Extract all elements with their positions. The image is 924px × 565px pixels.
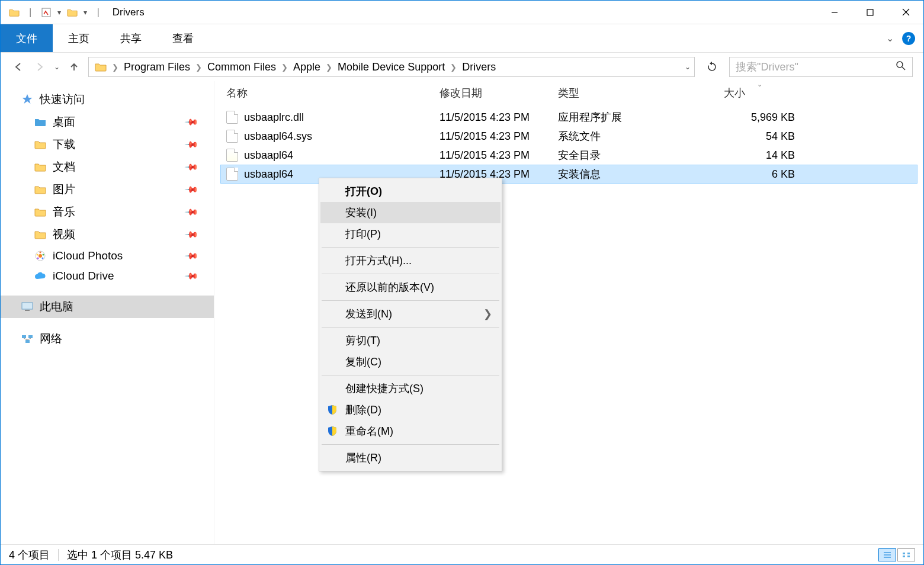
- ctx-open[interactable]: 打开(O): [320, 181, 500, 202]
- chevron-right-icon[interactable]: ❯: [280, 63, 290, 72]
- tab-share[interactable]: 共享: [105, 24, 157, 52]
- sidebar-item-label: 桌面: [53, 114, 75, 130]
- file-type: 安装信息: [558, 167, 724, 181]
- pin-icon: 📌: [184, 114, 199, 130]
- tab-file[interactable]: 文件: [1, 24, 53, 52]
- svg-point-9: [40, 252, 41, 253]
- forward-button[interactable]: [33, 60, 47, 74]
- ribbon-right: ⌄ ?: [886, 24, 923, 52]
- separator: |: [97, 7, 99, 18]
- file-row[interactable]: usbaaplrc.dll 11/5/2015 4:23 PM 应用程序扩展 5…: [220, 108, 917, 127]
- sidebar-downloads[interactable]: 下载 📌: [1, 133, 214, 156]
- ctx-create-shortcut[interactable]: 创建快捷方式(S): [320, 378, 500, 399]
- sidebar-icloud-photos[interactable]: iCloud Photos 📌: [1, 246, 214, 266]
- file-row[interactable]: usbaapl64 11/5/2015 4:23 PM 安全目录 14 KB: [220, 146, 917, 165]
- qat-dropdown-icon[interactable]: ▾: [57, 8, 61, 17]
- history-dropdown-icon[interactable]: ⌄: [54, 63, 60, 71]
- chevron-right-icon[interactable]: ❯: [448, 63, 458, 72]
- chevron-right-icon[interactable]: ❯: [194, 63, 204, 72]
- ctx-rename[interactable]: 重命名(M): [320, 420, 500, 442]
- ribbon-expand-icon[interactable]: ⌄: [886, 33, 894, 44]
- ribbon: 文件 主页 共享 查看 ⌄ ?: [1, 24, 923, 53]
- address-folder-icon[interactable]: [92, 61, 109, 73]
- folder-dropdown-icon[interactable]: ▾: [84, 8, 87, 17]
- file-size: 54 KB: [724, 130, 801, 143]
- ctx-cut[interactable]: 剪切(T): [320, 330, 500, 351]
- sidebar-videos[interactable]: 视频 📌: [1, 223, 214, 246]
- ctx-separator: [322, 327, 499, 328]
- breadcrumb-segment[interactable]: Drivers: [460, 60, 498, 75]
- ctx-properties[interactable]: 属性(R): [320, 447, 500, 468]
- properties-icon[interactable]: [41, 7, 52, 18]
- ctx-separator: [322, 247, 499, 248]
- col-header-name[interactable]: 名称: [226, 86, 439, 100]
- help-icon[interactable]: ?: [902, 32, 915, 45]
- breadcrumb-segment[interactable]: Apple: [291, 60, 323, 75]
- minimize-button[interactable]: [817, 1, 852, 24]
- sidebar-network[interactable]: 网络: [1, 328, 214, 350]
- file-name: usbaapl64: [244, 149, 293, 162]
- file-date: 11/5/2015 4:23 PM: [439, 111, 558, 124]
- breadcrumb-segment[interactable]: Mobile Device Support: [335, 60, 447, 75]
- ctx-print[interactable]: 打印(P): [320, 223, 500, 245]
- back-button[interactable]: [11, 60, 25, 74]
- col-header-date[interactable]: 修改日期: [439, 86, 558, 100]
- column-headers: 名称 修改日期 类型 大小 ⌄: [214, 81, 923, 105]
- close-button[interactable]: [888, 1, 923, 24]
- breadcrumb-segment[interactable]: Program Files: [121, 60, 192, 75]
- search-icon[interactable]: [896, 60, 906, 74]
- ctx-delete[interactable]: 删除(D): [320, 399, 500, 420]
- address-dropdown-icon[interactable]: ⌄: [685, 63, 691, 71]
- svg-rect-14: [22, 303, 33, 309]
- svg-point-13: [37, 254, 38, 256]
- svg-rect-18: [25, 340, 30, 343]
- sidebar-quick-access[interactable]: 快速访问: [1, 88, 214, 111]
- sidebar-documents[interactable]: 文档 📌: [1, 156, 214, 178]
- icons-view-button[interactable]: [897, 548, 915, 561]
- ctx-send-to[interactable]: 发送到(N)❯: [320, 303, 500, 325]
- svg-point-8: [38, 254, 42, 258]
- tab-home[interactable]: 主页: [53, 24, 105, 52]
- sidebar-pictures[interactable]: 图片 📌: [1, 178, 214, 201]
- search-input[interactable]: 搜索"Drivers": [729, 57, 913, 77]
- address-bar[interactable]: ❯ Program Files ❯ Common Files ❯ Apple ❯…: [88, 57, 695, 77]
- col-header-size[interactable]: 大小 ⌄: [724, 86, 801, 100]
- chevron-right-icon[interactable]: ❯: [110, 63, 120, 72]
- sidebar-this-pc[interactable]: 此电脑: [1, 296, 214, 318]
- svg-point-5: [897, 62, 903, 68]
- ctx-copy[interactable]: 复制(C): [320, 351, 500, 373]
- pin-icon: 📌: [184, 159, 199, 175]
- separator: [58, 549, 59, 561]
- breadcrumb-segment[interactable]: Common Files: [205, 60, 278, 75]
- details-view-button[interactable]: [878, 548, 896, 561]
- window-title: Drivers: [113, 7, 145, 18]
- inf-file-icon: [226, 168, 238, 181]
- file-size: 14 KB: [724, 149, 801, 162]
- col-header-type[interactable]: 类型: [558, 86, 724, 100]
- refresh-button[interactable]: [702, 57, 722, 77]
- file-type: 安全目录: [558, 148, 724, 162]
- sidebar-icloud-drive[interactable]: iCloud Drive 📌: [1, 266, 214, 286]
- file-row[interactable]: usbaapl64.sys 11/5/2015 4:23 PM 系统文件 54 …: [220, 127, 917, 146]
- tab-view[interactable]: 查看: [157, 24, 209, 52]
- maximize-button[interactable]: [852, 1, 888, 24]
- view-toggles: [878, 548, 915, 561]
- svg-point-12: [37, 258, 39, 259]
- ctx-open-with[interactable]: 打开方式(H)...: [320, 250, 500, 271]
- sidebar-desktop[interactable]: 桌面 📌: [1, 111, 214, 133]
- svg-rect-24: [903, 553, 905, 554]
- file-type: 应用程序扩展: [558, 110, 724, 124]
- svg-line-6: [902, 67, 905, 70]
- chevron-right-icon[interactable]: ❯: [324, 63, 334, 72]
- ctx-restore-previous[interactable]: 还原以前的版本(V): [320, 277, 500, 298]
- up-button[interactable]: [67, 60, 81, 74]
- sys-file-icon: [226, 130, 238, 143]
- ctx-install[interactable]: 安装(I): [320, 202, 500, 223]
- folder-icon: [34, 228, 47, 241]
- folder-icon: [34, 206, 47, 219]
- sidebar-music[interactable]: 音乐 📌: [1, 201, 214, 223]
- ctx-separator: [322, 300, 499, 301]
- window-controls: [817, 1, 923, 24]
- shield-icon: [326, 425, 338, 437]
- folder-icon: [34, 115, 47, 129]
